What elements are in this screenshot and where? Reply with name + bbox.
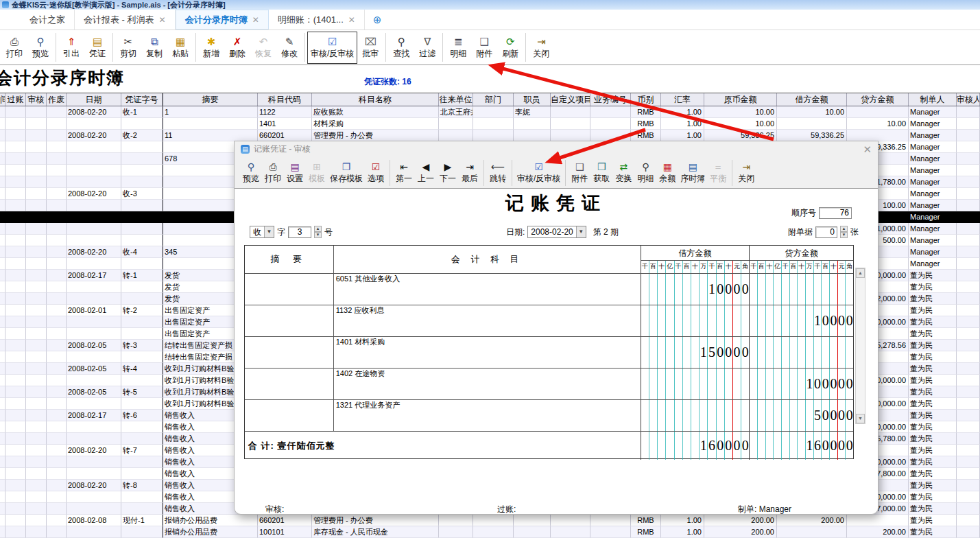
chevron-down-icon[interactable]: ▼ [264,226,274,237]
journal-row[interactable]: 2008-02-20收-211660201管理费用 - 办公费RMB1.0059… [0,130,980,141]
entry-subject-cell[interactable]: 1321 代理业务资产 [334,400,641,431]
审核/反审核-button[interactable]: ☑审核/反审核 [515,159,562,187]
关闭-button[interactable]: ⇥关闭 [735,159,757,187]
设置-button[interactable]: ▤设置 [284,159,306,187]
voucher-scrollbar[interactable]: ▲ ▼ [855,268,865,424]
amount-cell[interactable] [749,337,853,368]
entry-summary-cell[interactable] [245,369,334,399]
下一-button[interactable]: ▶下一 [437,159,459,187]
tab-close-icon[interactable]: ✕ [348,15,355,25]
column-header[interactable]: 原币金额 [704,93,777,106]
amount-cell[interactable]: 100000 [749,369,853,399]
voucher-entry-row[interactable]: 1402 在途物资100000 [245,368,853,399]
dialog-close-icon[interactable]: ✕ [863,144,872,154]
column-header[interactable]: 部门 [473,93,514,106]
voucher-entry-row[interactable]: 1401 材料采购150000 [245,336,853,368]
column-header[interactable]: 科目名称 [312,93,439,106]
entry-subject-cell[interactable]: 1402 在途物资 [334,369,641,399]
column-header[interactable]: 科目代码 [258,93,312,106]
date-select[interactable]: 2008-02-20 ▼ [527,226,586,238]
amount-cell[interactable]: 160000 [749,432,853,460]
new-tab-button[interactable]: ⊕ [365,14,390,26]
scroll-down-icon[interactable]: ▼ [856,414,865,423]
column-header[interactable]: 制单人 [909,93,957,106]
scroll-up-icon[interactable]: ▲ [856,268,865,278]
刷新-button[interactable]: ⟳刷新 [497,32,523,64]
最后-button[interactable]: ⇥最后 [459,159,481,187]
amount-cell[interactable]: 10000 [749,305,853,336]
附件-button[interactable]: ❑附件 [569,159,590,187]
amount-cell[interactable] [749,274,853,305]
column-header[interactable]: 汇率 [661,93,704,106]
entry-subject-cell[interactable]: 1132 应收利息 [334,305,641,336]
column-header[interactable]: 贷方金额 [847,93,909,106]
voucher-entry-row[interactable]: 1321 代理业务资产50000 [245,399,853,431]
entry-subject-cell[interactable]: 1401 材料采购 [334,337,641,368]
选项-button[interactable]: ☑选项 [365,159,387,187]
attach-count-stepper[interactable]: ▲▼ [840,226,848,238]
journal-row[interactable]: 2008-02-20收-111122应收账款北京王府井李妮RMB1.0010.0… [0,106,980,118]
粘贴-button[interactable]: ▦粘贴 [167,32,193,64]
column-header[interactable]: 往来单位 [439,93,473,106]
凭证-button[interactable]: ▤凭证 [84,32,110,64]
上一-button[interactable]: ◀上一 [415,159,437,187]
tab-3[interactable]: 会计分录序时簿✕ [176,10,269,30]
column-header[interactable]: 过账 [5,93,26,106]
attach-count-field[interactable]: 0 [815,226,837,238]
tab-1[interactable]: 会计之家 [21,10,75,30]
打印-button[interactable]: ⎙打印 [262,159,284,187]
保存模板-button[interactable]: ❐保存模板 [328,159,365,187]
entry-summary-cell[interactable] [245,400,334,431]
voucher-entry-row[interactable]: 1132 应收利息10000 [245,305,853,336]
journal-row[interactable]: 报销办公用品费100101库存现金 - 人民币现金RMB1.00200.0020… [0,526,980,538]
明细-button[interactable]: ⚲明细 [634,159,656,187]
tab-2[interactable]: 会计报表 - 利润表✕ [75,10,176,30]
entry-summary-cell[interactable] [245,274,334,305]
amount-cell[interactable] [641,400,750,431]
关闭-button[interactable]: ⇥关闭 [528,32,554,64]
column-header[interactable]: 币别 [631,93,661,106]
column-header[interactable]: 审核 [26,93,47,106]
第一-button[interactable]: ⇤第一 [393,159,415,187]
审核/反审核-button[interactable]: ☑审核/反审核 [307,32,357,64]
引出-button[interactable]: ⇑引出 [58,32,84,64]
变换-button[interactable]: ⇄变换 [612,159,634,187]
amount-cell[interactable]: 160000 [641,432,750,460]
amount-cell[interactable]: 50000 [749,400,853,431]
附件-button[interactable]: ❑附件 [471,32,497,64]
column-header[interactable]: 摘要 [163,93,258,106]
amount-cell[interactable]: 10000 [641,274,750,305]
voucher-word-select[interactable]: 收 ▼ [250,226,274,238]
剪切-button[interactable]: ✂剪切 [115,32,141,64]
获取-button[interactable]: ❒获取 [590,159,612,187]
预览-button[interactable]: ⚲预览 [27,32,53,64]
column-header[interactable]: 日期 [67,93,121,106]
删除-button[interactable]: ✗删除 [224,32,250,64]
column-header[interactable]: 凭证字号 [121,93,163,106]
voucher-number-stepper[interactable]: ▲▼ [314,226,322,238]
批审-button[interactable]: ⌧批审 [357,32,383,64]
chevron-down-icon[interactable]: ▼ [576,226,586,237]
过滤-button[interactable]: ∇过滤 [414,32,440,64]
新增-button[interactable]: ✱新增 [198,32,224,64]
序时簿-button[interactable]: ▤序时簿 [678,159,707,187]
column-header[interactable]: 作废 [47,93,67,106]
预览-button[interactable]: ⚲预览 [240,159,262,187]
查找-button[interactable]: ⚲查找 [388,32,414,64]
column-header[interactable]: 间 [0,93,5,106]
余额-button[interactable]: ▦余额 [656,159,678,187]
修改-button[interactable]: ✎修改 [276,32,302,64]
entry-subject-cell[interactable]: 6051 其他业务收入 [334,274,641,305]
voucher-number-field[interactable]: 3 [288,226,311,238]
tab-close-icon[interactable]: ✕ [159,15,166,25]
entry-summary-cell[interactable] [245,337,334,368]
tab-close-icon[interactable]: ✕ [252,15,259,25]
明细-button[interactable]: ≣明细 [445,32,471,64]
amount-cell[interactable] [641,305,750,336]
跳转-button[interactable]: ⟵跳转 [487,159,509,187]
amount-cell[interactable]: 150000 [641,337,750,368]
column-header[interactable]: 审核人 [957,93,980,106]
journal-row[interactable]: 1401材料采购RMB1.0010.0010.00Manager [0,118,980,130]
复制-button[interactable]: ⧉复制 [141,32,167,64]
journal-row[interactable]: 2008-02-08现付-1报销办公用品费660201管理费用 - 办公费RMB… [0,515,980,526]
